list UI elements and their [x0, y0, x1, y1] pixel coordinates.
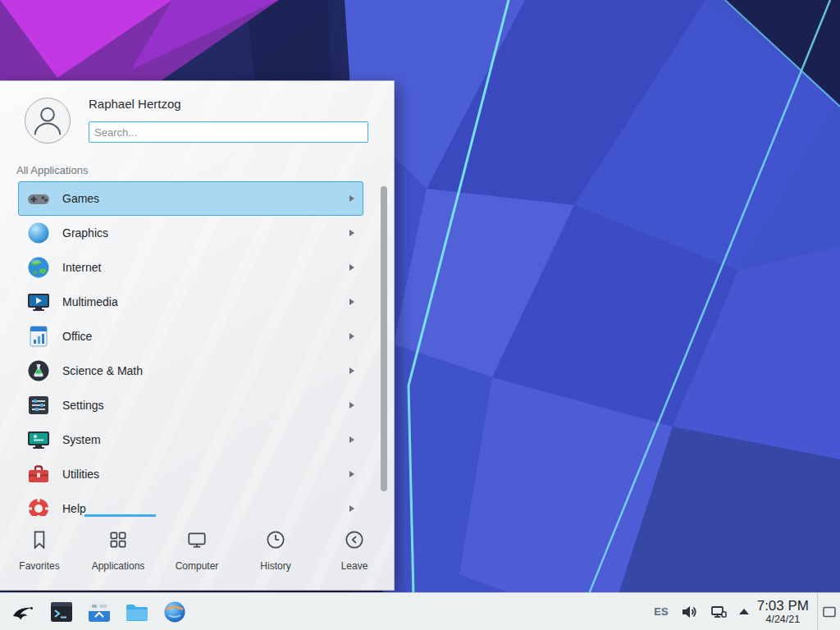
category-row-science-math[interactable]: Science & Math: [18, 354, 363, 388]
tab-history[interactable]: History: [236, 514, 315, 590]
chevron-right-icon: [349, 195, 354, 202]
category-row-games[interactable]: Games: [18, 181, 363, 216]
chevron-right-icon: [349, 505, 354, 512]
category-label: System: [62, 433, 101, 446]
system-tray: ES: [654, 603, 748, 621]
user-name: Raphael Hertzog: [89, 97, 181, 111]
category-label: Help: [62, 502, 86, 515]
system-monitor-icon: [25, 427, 52, 453]
tab-label: Computer: [176, 560, 219, 572]
monitor-play-icon: [25, 289, 52, 315]
category-row-internet[interactable]: Internet: [18, 250, 363, 285]
category-row-utilities[interactable]: Utilities: [18, 457, 363, 491]
chevron-right-icon: [349, 402, 354, 409]
category-row-multimedia[interactable]: Multimedia: [18, 285, 363, 319]
category-row-graphics[interactable]: Graphics: [18, 216, 363, 250]
category-label: Games: [62, 192, 99, 205]
toolbox-icon: [25, 461, 52, 487]
chevron-right-icon: [349, 264, 354, 271]
category-row-help[interactable]: Help: [18, 491, 363, 516]
tab-favorites[interactable]: Favorites: [0, 514, 79, 590]
taskbar-panel: ES 7:03 PM 4/24/21: [0, 592, 840, 630]
leave-icon: [343, 528, 366, 555]
user-avatar: [25, 98, 71, 144]
folder-icon[interactable]: [123, 598, 151, 626]
browser-globe-icon[interactable]: [161, 598, 189, 626]
tab-label: Applications: [92, 560, 145, 572]
files-app-icon[interactable]: [85, 598, 113, 626]
volume-icon[interactable]: [680, 603, 698, 621]
clock-date: 4/24/21: [757, 614, 809, 625]
keyboard-layout-indicator[interactable]: ES: [654, 605, 668, 618]
sliders-icon: [25, 392, 52, 418]
category-label: Multimedia: [62, 295, 118, 308]
chevron-right-icon: [349, 333, 354, 340]
computer-icon: [185, 528, 208, 555]
tab-applications[interactable]: Applications: [79, 514, 158, 590]
chevron-right-icon: [349, 368, 354, 374]
application-launcher-menu: Raphael Hertzog All Applications Games G…: [0, 80, 395, 591]
clock-icon: [264, 528, 287, 555]
category-row-system[interactable]: System: [18, 422, 363, 457]
tab-label: History: [260, 560, 290, 572]
chevron-right-icon: [349, 436, 354, 443]
gamepad-icon: [25, 185, 52, 212]
tab-leave[interactable]: Leave: [315, 514, 394, 590]
tab-label: Leave: [341, 560, 368, 572]
clock-time: 7:03 PM: [757, 598, 809, 614]
launcher-header: Raphael Hertzog All Applications: [0, 81, 394, 181]
category-label: Graphics: [62, 226, 108, 240]
search-input[interactable]: [89, 121, 368, 143]
grid-icon: [107, 528, 130, 555]
category-label: Office: [62, 330, 92, 343]
chevron-right-icon: [349, 299, 354, 305]
tab-computer[interactable]: Computer: [158, 514, 236, 590]
bookmark-icon: [28, 528, 51, 555]
document-chart-icon: [25, 323, 52, 349]
flask-icon: [25, 358, 52, 384]
digital-clock[interactable]: 7:03 PM 4/24/21: [757, 598, 809, 626]
show-desktop-button[interactable]: [817, 593, 840, 630]
section-label: All Applications: [16, 164, 88, 176]
sphere-icon: [25, 220, 52, 246]
category-label: Science & Math: [62, 364, 143, 377]
category-list: Games Graphics Internet Multimedia: [0, 181, 394, 516]
chevron-right-icon: [349, 230, 354, 236]
expand-arrow-icon[interactable]: [739, 609, 749, 614]
launcher-tabbar: Favorites Applications Computer History: [0, 514, 394, 590]
category-label: Internet: [62, 261, 101, 274]
list-scrollbar[interactable]: [381, 186, 387, 491]
tab-label: Favorites: [19, 560, 59, 572]
category-row-settings[interactable]: Settings: [18, 388, 363, 422]
network-icon[interactable]: [710, 603, 728, 621]
category-label: Settings: [62, 399, 104, 412]
category-row-office[interactable]: Office: [18, 319, 363, 354]
terminal-icon[interactable]: [48, 598, 75, 626]
chevron-right-icon: [349, 471, 354, 477]
kali-menu-icon[interactable]: [10, 598, 38, 626]
lifebuoy-icon: [25, 495, 52, 516]
category-label: Utilities: [62, 468, 99, 481]
active-tab-indicator: [84, 514, 156, 517]
globe-icon: [25, 254, 52, 281]
